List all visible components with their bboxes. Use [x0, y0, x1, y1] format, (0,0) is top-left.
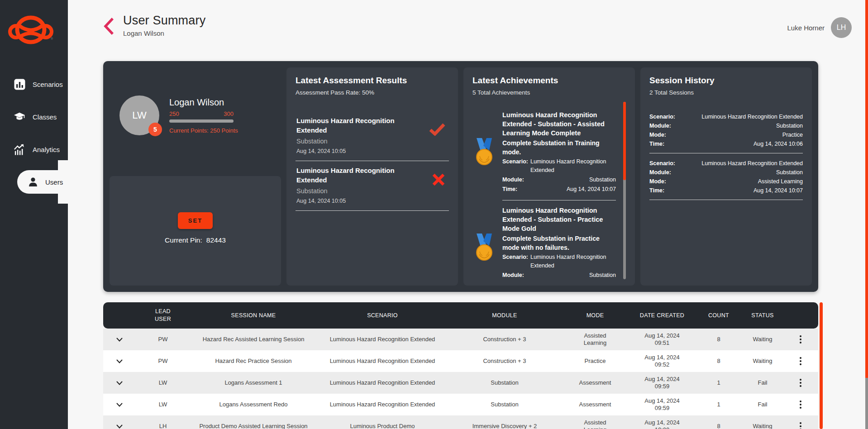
kebab-icon	[800, 379, 801, 387]
gold-medal-icon	[472, 206, 496, 282]
cell-session-name: Logans Assessment Redo	[190, 401, 317, 408]
achievement-module: Substation	[526, 271, 616, 280]
row-menu-button[interactable]	[783, 422, 818, 429]
kebab-icon	[800, 335, 801, 343]
cell-session-name: Product Demo Assisted Learning Session	[190, 423, 317, 429]
achievement-description: Complete Substation in Practice mode wit…	[502, 234, 616, 252]
row-menu-button[interactable]	[783, 357, 818, 365]
user-icon	[27, 176, 39, 188]
table-row[interactable]: LH Product Demo Assisted Learning Sessio…	[103, 415, 818, 429]
row-menu-button[interactable]	[783, 335, 818, 343]
pin-card: SET Current Pin:82443	[110, 176, 281, 286]
col-lead-user: LEAD USER	[136, 308, 190, 323]
session-entry: Scenario: Luminous Hazard Recognition Ex…	[649, 112, 803, 148]
sidebar-item-users[interactable]: Users	[17, 170, 68, 194]
scenario-label: Scenario:	[649, 112, 675, 121]
module-label: Module:	[502, 176, 524, 184]
cell-date-created: Aug 14, 2024 09:52	[629, 354, 695, 368]
achievement-time: Aug 14, 2024 10:07	[520, 185, 616, 194]
gold-medal-icon	[472, 110, 496, 194]
scenario-label: Scenario:	[502, 157, 528, 175]
achievement-scenario: Luminous Hazard Recognition Extended	[530, 157, 616, 175]
sidebar-item-classes[interactable]: Classes	[0, 105, 68, 129]
assessment-title: Luminous Hazard Recognition Extended	[296, 116, 401, 135]
avatar[interactable]: LH	[831, 17, 852, 38]
achievements-list[interactable]: Luminous Hazard Recognition Extended - S…	[472, 105, 626, 282]
cell-scenario: Luminous Hazard Recognition Extended	[317, 358, 448, 365]
cell-lead-user: PW	[136, 336, 190, 343]
session-mode: Practice	[782, 130, 803, 139]
col-module: MODULE	[448, 312, 561, 319]
row-menu-button[interactable]	[783, 379, 818, 387]
row-expand-button[interactable]	[103, 359, 136, 363]
title-block: User Summary Logan Wilson	[123, 14, 205, 37]
row-expand-button[interactable]	[103, 381, 136, 385]
row-menu-button[interactable]	[783, 400, 818, 409]
cell-status: Waiting	[742, 358, 783, 365]
achievement-time: Aug 14, 2024 10:06	[520, 281, 616, 282]
module-label: Module:	[502, 271, 524, 280]
cell-mode: Assisted Learning	[561, 332, 629, 347]
analytics-chart-icon	[14, 143, 25, 155]
achievement-entry: Luminous Hazard Recognition Extended - S…	[472, 105, 616, 200]
sidebar-item-scenarios[interactable]: Scenarios	[0, 72, 68, 96]
sidebar-item-label: Scenarios	[33, 81, 63, 88]
chevron-down-icon	[116, 381, 123, 385]
pin-label: Current Pin:	[165, 236, 202, 244]
time-label: Time:	[502, 185, 517, 194]
page-subtitle: Logan Wilson	[123, 29, 205, 37]
table-row[interactable]: PW Hazard Rec Practice Session Luminous …	[103, 350, 818, 372]
col-session-name: SESSION NAME	[190, 312, 317, 319]
points-current: 250	[169, 110, 179, 117]
kebab-icon	[800, 400, 801, 409]
profile-name: Logan Wilson	[169, 97, 234, 108]
back-button[interactable]	[103, 17, 115, 37]
cell-date-created: Aug 14, 2024 09:51	[629, 332, 695, 347]
active-tab-curve-bottom	[58, 194, 68, 204]
session-history-list: Scenario: Luminous Hazard Recognition Ex…	[649, 112, 803, 200]
cell-scenario: Luminous Hazard Recognition Extended	[317, 336, 448, 343]
brand-logo: ®	[0, 0, 68, 50]
cell-scenario: Luminous Product Demo	[317, 423, 448, 429]
chevron-down-icon	[116, 424, 123, 429]
scenarios-icon	[14, 78, 25, 90]
col-mode: MODE	[561, 312, 629, 319]
cell-scenario: Luminous Hazard Recognition Extended	[317, 379, 448, 386]
assessment-module: Substation	[296, 138, 429, 145]
row-expand-button[interactable]	[103, 403, 136, 407]
assessment-entry: Luminous Hazard Recognition Extended Sub…	[296, 161, 449, 210]
session-history-card: Session History 2 Total Sessions Scenari…	[640, 67, 812, 286]
achievement-module: Substation	[526, 176, 616, 184]
achievement-title: Luminous Hazard Recognition Extended - S…	[502, 206, 616, 233]
sidebar-item-analytics[interactable]: Analytics	[0, 138, 68, 161]
set-pin-button[interactable]: SET	[178, 212, 213, 229]
profile-block: LW 5 Logan Wilson 250 300 Current Points…	[110, 95, 281, 135]
page-scrollbar-thumb[interactable]	[865, 0, 868, 378]
table-row[interactable]: LW Logans Assessment Redo Luminous Hazar…	[103, 394, 818, 415]
chevron-down-icon	[116, 403, 123, 407]
session-module: Substation	[776, 168, 803, 177]
achievements-scrollbar[interactable]	[623, 102, 626, 279]
achievements-scrollbar-thumb[interactable]	[623, 102, 626, 180]
page-title: User Summary	[123, 14, 205, 28]
cell-status: Waiting	[742, 423, 783, 429]
row-expand-button[interactable]	[103, 424, 136, 429]
assessment-title: Luminous Hazard Recognition Extended	[296, 166, 401, 185]
page-scrollbar[interactable]	[865, 0, 868, 429]
cell-module: Substation	[448, 379, 561, 386]
table-row[interactable]: PW Hazard Rec Assisted Learning Session …	[103, 329, 818, 350]
cell-count: 1	[695, 401, 742, 408]
divider	[649, 153, 803, 153]
current-pin: Current Pin:82443	[165, 236, 226, 244]
session-module: Substation	[776, 121, 803, 130]
achievements-card: Latest Achievements 5 Total Achievements	[463, 67, 635, 286]
table-scrollbar[interactable]	[820, 302, 823, 429]
assessment-results-card: Latest Assessment Results Assessment Pas…	[286, 67, 458, 286]
assessment-entry: Luminous Hazard Recognition Extended Sub…	[296, 111, 449, 161]
table-row[interactable]: LW Logans Assessment 1 Luminous Hazard R…	[103, 372, 818, 394]
achievements-total: 5 Total Achievements	[472, 89, 626, 96]
cell-status: Fail	[742, 401, 783, 408]
row-expand-button[interactable]	[103, 338, 136, 342]
divider	[296, 210, 449, 211]
header-user: Luke Horner LH	[787, 17, 852, 38]
